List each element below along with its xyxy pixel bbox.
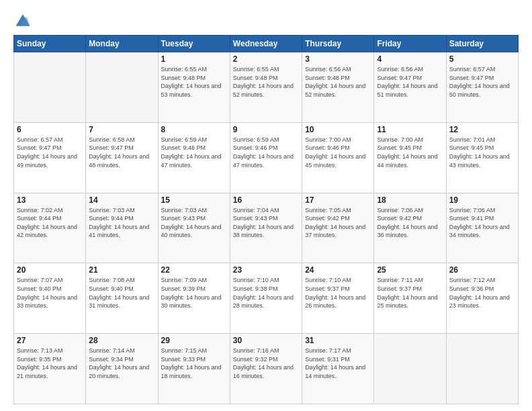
calendar-cell: 1Sunrise: 6:55 AM Sunset: 9:48 PM Daylig…: [158, 52, 230, 123]
day-info: Sunrise: 7:16 AM Sunset: 9:32 PM Dayligh…: [233, 347, 299, 380]
day-number: 23: [233, 265, 299, 275]
day-number: 4: [377, 54, 443, 64]
calendar-cell: 3Sunrise: 6:56 AM Sunset: 9:48 PM Daylig…: [302, 52, 374, 123]
day-number: 7: [89, 125, 154, 134]
day-number: 18: [377, 195, 443, 205]
calendar-cell: 2Sunrise: 6:55 AM Sunset: 9:48 PM Daylig…: [230, 52, 302, 123]
calendar-cell: 9Sunrise: 6:59 AM Sunset: 9:46 PM Daylig…: [230, 122, 302, 193]
day-info: Sunrise: 7:02 AM Sunset: 9:44 PM Dayligh…: [17, 206, 83, 240]
calendar-cell: 29Sunrise: 7:15 AM Sunset: 9:33 PM Dayli…: [158, 334, 230, 404]
day-number: 6: [17, 125, 83, 134]
day-info: Sunrise: 7:03 AM Sunset: 9:43 PM Dayligh…: [161, 206, 227, 240]
day-number: 28: [89, 336, 154, 345]
day-number: 21: [89, 265, 154, 275]
day-header-tuesday: Tuesday: [158, 36, 230, 52]
day-info: Sunrise: 6:56 AM Sunset: 9:48 PM Dayligh…: [305, 65, 371, 99]
day-number: 8: [161, 125, 227, 134]
day-info: Sunrise: 7:07 AM Sunset: 9:40 PM Dayligh…: [17, 276, 83, 310]
day-info: Sunrise: 7:14 AM Sunset: 9:34 PM Dayligh…: [89, 347, 154, 380]
day-number: 16: [233, 195, 299, 205]
day-number: 25: [377, 265, 443, 275]
calendar-cell: 24Sunrise: 7:10 AM Sunset: 9:37 PM Dayli…: [302, 263, 374, 334]
calendar-cell: 11Sunrise: 7:00 AM Sunset: 9:45 PM Dayli…: [374, 122, 446, 193]
day-number: 29: [161, 336, 227, 345]
day-info: Sunrise: 7:09 AM Sunset: 9:39 PM Dayligh…: [161, 276, 227, 310]
logo-icon: [13, 11, 32, 30]
day-info: Sunrise: 7:03 AM Sunset: 9:44 PM Dayligh…: [89, 206, 154, 240]
calendar-cell: 7Sunrise: 6:58 AM Sunset: 9:47 PM Daylig…: [86, 122, 158, 193]
day-header-friday: Friday: [374, 36, 446, 52]
day-info: Sunrise: 7:06 AM Sunset: 9:41 PM Dayligh…: [449, 206, 515, 240]
day-info: Sunrise: 7:12 AM Sunset: 9:36 PM Dayligh…: [449, 276, 515, 310]
calendar-cell: 21Sunrise: 7:08 AM Sunset: 9:40 PM Dayli…: [86, 263, 158, 334]
calendar-cell: [14, 52, 86, 123]
calendar-cell: 30Sunrise: 7:16 AM Sunset: 9:32 PM Dayli…: [230, 334, 302, 404]
day-number: 20: [17, 265, 83, 275]
calendar-cell: 23Sunrise: 7:10 AM Sunset: 9:38 PM Dayli…: [230, 263, 302, 334]
day-header-thursday: Thursday: [302, 36, 374, 52]
day-info: Sunrise: 6:59 AM Sunset: 9:46 PM Dayligh…: [161, 136, 227, 169]
calendar-cell: 5Sunrise: 6:57 AM Sunset: 9:47 PM Daylig…: [446, 52, 518, 123]
calendar-cell: 20Sunrise: 7:07 AM Sunset: 9:40 PM Dayli…: [14, 263, 86, 334]
calendar-cell: 27Sunrise: 7:13 AM Sunset: 9:35 PM Dayli…: [14, 334, 86, 404]
day-number: 17: [305, 195, 371, 205]
day-info: Sunrise: 6:55 AM Sunset: 9:48 PM Dayligh…: [233, 65, 299, 99]
week-row-5: 27Sunrise: 7:13 AM Sunset: 9:35 PM Dayli…: [14, 334, 519, 404]
logo: [13, 11, 35, 30]
day-info: Sunrise: 7:13 AM Sunset: 9:35 PM Dayligh…: [17, 347, 83, 380]
calendar-table: SundayMondayTuesdayWednesdayThursdayFrid…: [13, 35, 519, 404]
calendar-cell: 4Sunrise: 6:56 AM Sunset: 9:47 PM Daylig…: [374, 52, 446, 123]
day-number: 26: [449, 265, 515, 275]
calendar-cell: 28Sunrise: 7:14 AM Sunset: 9:34 PM Dayli…: [86, 334, 158, 404]
week-row-1: 1Sunrise: 6:55 AM Sunset: 9:48 PM Daylig…: [14, 52, 519, 123]
day-number: 30: [233, 336, 299, 345]
day-info: Sunrise: 7:06 AM Sunset: 9:42 PM Dayligh…: [377, 206, 443, 240]
calendar-cell: 26Sunrise: 7:12 AM Sunset: 9:36 PM Dayli…: [446, 263, 518, 334]
day-number: 22: [161, 265, 227, 275]
day-number: 19: [449, 195, 515, 205]
day-info: Sunrise: 7:17 AM Sunset: 9:31 PM Dayligh…: [305, 347, 371, 380]
day-number: 27: [17, 336, 83, 345]
week-row-2: 6Sunrise: 6:57 AM Sunset: 9:47 PM Daylig…: [14, 122, 519, 193]
calendar-cell: 13Sunrise: 7:02 AM Sunset: 9:44 PM Dayli…: [14, 193, 86, 263]
day-info: Sunrise: 7:01 AM Sunset: 9:45 PM Dayligh…: [449, 136, 515, 169]
day-number: 15: [161, 195, 227, 205]
day-number: 3: [305, 54, 371, 64]
day-info: Sunrise: 7:00 AM Sunset: 9:46 PM Dayligh…: [305, 136, 371, 169]
day-number: 31: [305, 336, 371, 345]
day-number: 11: [377, 125, 443, 134]
calendar-cell: 10Sunrise: 7:00 AM Sunset: 9:46 PM Dayli…: [302, 122, 374, 193]
day-number: 12: [449, 125, 515, 134]
week-row-3: 13Sunrise: 7:02 AM Sunset: 9:44 PM Dayli…: [14, 193, 519, 263]
calendar-header-row: SundayMondayTuesdayWednesdayThursdayFrid…: [14, 36, 519, 52]
day-number: 24: [305, 265, 371, 275]
day-number: 14: [89, 195, 154, 205]
calendar-cell: [374, 334, 446, 404]
calendar-cell: 25Sunrise: 7:11 AM Sunset: 9:37 PM Dayli…: [374, 263, 446, 334]
calendar-cell: 31Sunrise: 7:17 AM Sunset: 9:31 PM Dayli…: [302, 334, 374, 404]
day-number: 5: [449, 54, 515, 64]
calendar-cell: 16Sunrise: 7:04 AM Sunset: 9:43 PM Dayli…: [230, 193, 302, 263]
day-info: Sunrise: 7:10 AM Sunset: 9:38 PM Dayligh…: [233, 276, 299, 310]
day-number: 10: [305, 125, 371, 134]
calendar-cell: 15Sunrise: 7:03 AM Sunset: 9:43 PM Dayli…: [158, 193, 230, 263]
day-header-saturday: Saturday: [446, 36, 518, 52]
calendar-cell: 12Sunrise: 7:01 AM Sunset: 9:45 PM Dayli…: [446, 122, 518, 193]
day-info: Sunrise: 6:55 AM Sunset: 9:48 PM Dayligh…: [161, 65, 227, 99]
day-info: Sunrise: 6:59 AM Sunset: 9:46 PM Dayligh…: [233, 136, 299, 169]
day-info: Sunrise: 7:08 AM Sunset: 9:40 PM Dayligh…: [89, 276, 154, 310]
day-info: Sunrise: 7:11 AM Sunset: 9:37 PM Dayligh…: [377, 276, 443, 310]
calendar-cell: 6Sunrise: 6:57 AM Sunset: 9:47 PM Daylig…: [14, 122, 86, 193]
day-number: 2: [233, 54, 299, 64]
day-info: Sunrise: 6:58 AM Sunset: 9:47 PM Dayligh…: [89, 136, 154, 169]
day-info: Sunrise: 6:57 AM Sunset: 9:47 PM Dayligh…: [17, 136, 83, 169]
calendar-cell: 14Sunrise: 7:03 AM Sunset: 9:44 PM Dayli…: [86, 193, 158, 263]
day-header-monday: Monday: [86, 36, 158, 52]
day-info: Sunrise: 6:56 AM Sunset: 9:47 PM Dayligh…: [377, 65, 443, 99]
day-header-sunday: Sunday: [14, 36, 86, 52]
calendar-cell: [446, 334, 518, 404]
calendar-cell: [86, 52, 158, 123]
calendar-cell: 18Sunrise: 7:06 AM Sunset: 9:42 PM Dayli…: [374, 193, 446, 263]
calendar-cell: 17Sunrise: 7:05 AM Sunset: 9:42 PM Dayli…: [302, 193, 374, 263]
day-info: Sunrise: 7:00 AM Sunset: 9:45 PM Dayligh…: [377, 136, 443, 169]
